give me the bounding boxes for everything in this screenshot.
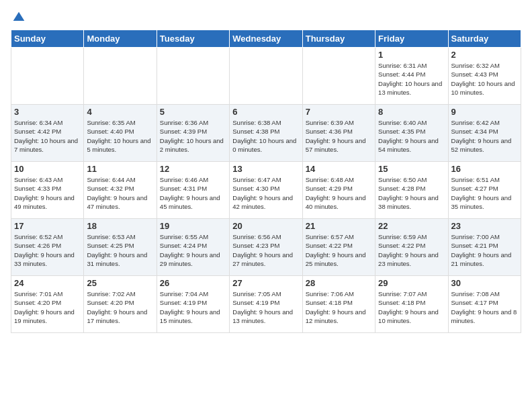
- day-number: 25: [87, 278, 153, 288]
- day-number: 13: [232, 164, 299, 174]
- calendar-day-cell: 17Sunrise: 6:52 AMSunset: 4:26 PMDayligh…: [11, 219, 84, 276]
- calendar-day-cell: 27Sunrise: 7:05 AMSunset: 4:19 PMDayligh…: [230, 276, 302, 333]
- calendar-table: SundayMondayTuesdayWednesdayThursdayFrid…: [11, 30, 521, 333]
- calendar-day-cell: 25Sunrise: 7:02 AMSunset: 4:20 PMDayligh…: [84, 276, 157, 333]
- calendar-empty-cell: [157, 48, 229, 105]
- day-number: 18: [87, 221, 153, 231]
- day-info: Sunrise: 7:00 AMSunset: 4:21 PMDaylight:…: [451, 232, 518, 268]
- day-number: 5: [160, 107, 226, 117]
- calendar-empty-cell: [11, 48, 84, 105]
- calendar-empty-cell: [230, 48, 302, 105]
- day-info: Sunrise: 6:46 AMSunset: 4:31 PMDaylight:…: [160, 175, 226, 211]
- day-number: 27: [232, 278, 299, 288]
- day-number: 9: [451, 107, 518, 117]
- calendar-day-cell: 28Sunrise: 7:06 AMSunset: 4:18 PMDayligh…: [302, 276, 375, 333]
- day-number: 29: [378, 278, 445, 288]
- day-info: Sunrise: 6:44 AMSunset: 4:32 PMDaylight:…: [87, 175, 153, 211]
- calendar-day-cell: 7Sunrise: 6:39 AMSunset: 4:36 PMDaylight…: [302, 105, 375, 162]
- calendar-week-row: 1Sunrise: 6:31 AMSunset: 4:44 PMDaylight…: [11, 48, 521, 105]
- day-number: 2: [451, 50, 518, 60]
- day-info: Sunrise: 6:42 AMSunset: 4:34 PMDaylight:…: [451, 118, 518, 154]
- day-info: Sunrise: 6:43 AMSunset: 4:33 PMDaylight:…: [14, 175, 81, 211]
- day-info: Sunrise: 6:57 AMSunset: 4:22 PMDaylight:…: [306, 232, 372, 268]
- day-info: Sunrise: 6:36 AMSunset: 4:39 PMDaylight:…: [160, 118, 226, 154]
- weekday-header-thursday: Thursday: [302, 30, 375, 48]
- day-number: 10: [14, 164, 81, 174]
- calendar-week-row: 3Sunrise: 6:34 AMSunset: 4:42 PMDaylight…: [11, 105, 521, 162]
- day-info: Sunrise: 6:47 AMSunset: 4:30 PMDaylight:…: [232, 175, 299, 211]
- day-info: Sunrise: 6:35 AMSunset: 4:40 PMDaylight:…: [87, 118, 153, 154]
- calendar-day-cell: 19Sunrise: 6:55 AMSunset: 4:24 PMDayligh…: [157, 219, 229, 276]
- day-info: Sunrise: 7:06 AMSunset: 4:18 PMDaylight:…: [306, 289, 372, 325]
- calendar-day-cell: 8Sunrise: 6:40 AMSunset: 4:35 PMDaylight…: [375, 105, 448, 162]
- weekday-header-monday: Monday: [84, 30, 157, 48]
- day-info: Sunrise: 6:55 AMSunset: 4:24 PMDaylight:…: [160, 232, 226, 268]
- weekday-header-tuesday: Tuesday: [157, 30, 229, 48]
- calendar-day-cell: 9Sunrise: 6:42 AMSunset: 4:34 PMDaylight…: [448, 105, 521, 162]
- day-number: 28: [306, 278, 372, 288]
- logo: [11, 11, 26, 24]
- calendar-day-cell: 26Sunrise: 7:04 AMSunset: 4:19 PMDayligh…: [157, 276, 229, 333]
- day-number: 17: [14, 221, 81, 231]
- calendar-day-cell: 30Sunrise: 7:08 AMSunset: 4:17 PMDayligh…: [448, 276, 521, 333]
- day-number: 21: [306, 221, 372, 231]
- day-info: Sunrise: 7:01 AMSunset: 4:20 PMDaylight:…: [14, 289, 81, 325]
- day-number: 8: [378, 107, 445, 117]
- calendar-day-cell: 2Sunrise: 6:32 AMSunset: 4:43 PMDaylight…: [448, 48, 521, 105]
- day-info: Sunrise: 7:05 AMSunset: 4:19 PMDaylight:…: [232, 289, 299, 325]
- day-number: 11: [87, 164, 153, 174]
- calendar-day-cell: 13Sunrise: 6:47 AMSunset: 4:30 PMDayligh…: [230, 162, 302, 219]
- day-number: 15: [378, 164, 445, 174]
- weekday-header-row: SundayMondayTuesdayWednesdayThursdayFrid…: [11, 30, 521, 48]
- day-number: 6: [232, 107, 299, 117]
- weekday-header-sunday: Sunday: [11, 30, 84, 48]
- calendar-day-cell: 11Sunrise: 6:44 AMSunset: 4:32 PMDayligh…: [84, 162, 157, 219]
- day-info: Sunrise: 6:40 AMSunset: 4:35 PMDaylight:…: [378, 118, 445, 154]
- day-number: 12: [160, 164, 226, 174]
- svg-marker-0: [13, 12, 25, 21]
- day-number: 23: [451, 221, 518, 231]
- calendar-day-cell: 4Sunrise: 6:35 AMSunset: 4:40 PMDaylight…: [84, 105, 157, 162]
- day-number: 22: [378, 221, 445, 231]
- calendar-week-row: 10Sunrise: 6:43 AMSunset: 4:33 PMDayligh…: [11, 162, 521, 219]
- day-info: Sunrise: 6:38 AMSunset: 4:38 PMDaylight:…: [232, 118, 299, 154]
- day-info: Sunrise: 7:02 AMSunset: 4:20 PMDaylight:…: [87, 289, 153, 325]
- day-number: 24: [14, 278, 81, 288]
- day-number: 30: [451, 278, 518, 288]
- day-info: Sunrise: 6:39 AMSunset: 4:36 PMDaylight:…: [306, 118, 372, 154]
- calendar-week-row: 24Sunrise: 7:01 AMSunset: 4:20 PMDayligh…: [11, 276, 521, 333]
- day-number: 14: [306, 164, 372, 174]
- day-info: Sunrise: 6:48 AMSunset: 4:29 PMDaylight:…: [306, 175, 372, 211]
- day-number: 20: [232, 221, 299, 231]
- day-info: Sunrise: 6:51 AMSunset: 4:27 PMDaylight:…: [451, 175, 518, 211]
- day-info: Sunrise: 7:07 AMSunset: 4:18 PMDaylight:…: [378, 289, 445, 325]
- calendar-day-cell: 24Sunrise: 7:01 AMSunset: 4:20 PMDayligh…: [11, 276, 84, 333]
- calendar-day-cell: 1Sunrise: 6:31 AMSunset: 4:44 PMDaylight…: [375, 48, 448, 105]
- calendar-day-cell: 22Sunrise: 6:59 AMSunset: 4:22 PMDayligh…: [375, 219, 448, 276]
- day-info: Sunrise: 6:53 AMSunset: 4:25 PMDaylight:…: [87, 232, 153, 268]
- calendar-day-cell: 15Sunrise: 6:50 AMSunset: 4:28 PMDayligh…: [375, 162, 448, 219]
- day-info: Sunrise: 6:31 AMSunset: 4:44 PMDaylight:…: [378, 61, 445, 97]
- calendar-week-row: 17Sunrise: 6:52 AMSunset: 4:26 PMDayligh…: [11, 219, 521, 276]
- calendar-day-cell: 3Sunrise: 6:34 AMSunset: 4:42 PMDaylight…: [11, 105, 84, 162]
- calendar-day-cell: 12Sunrise: 6:46 AMSunset: 4:31 PMDayligh…: [157, 162, 229, 219]
- day-number: 7: [306, 107, 372, 117]
- calendar-day-cell: 21Sunrise: 6:57 AMSunset: 4:22 PMDayligh…: [302, 219, 375, 276]
- day-info: Sunrise: 7:04 AMSunset: 4:19 PMDaylight:…: [160, 289, 226, 325]
- weekday-header-wednesday: Wednesday: [230, 30, 302, 48]
- calendar-day-cell: 14Sunrise: 6:48 AMSunset: 4:29 PMDayligh…: [302, 162, 375, 219]
- day-info: Sunrise: 6:56 AMSunset: 4:23 PMDaylight:…: [232, 232, 299, 268]
- day-info: Sunrise: 7:08 AMSunset: 4:17 PMDaylight:…: [451, 289, 518, 325]
- calendar-day-cell: 18Sunrise: 6:53 AMSunset: 4:25 PMDayligh…: [84, 219, 157, 276]
- calendar-day-cell: 6Sunrise: 6:38 AMSunset: 4:38 PMDaylight…: [230, 105, 302, 162]
- day-number: 4: [87, 107, 153, 117]
- calendar-day-cell: 5Sunrise: 6:36 AMSunset: 4:39 PMDaylight…: [157, 105, 229, 162]
- day-number: 1: [378, 50, 445, 60]
- calendar-empty-cell: [302, 48, 375, 105]
- calendar-day-cell: 20Sunrise: 6:56 AMSunset: 4:23 PMDayligh…: [230, 219, 302, 276]
- weekday-header-saturday: Saturday: [448, 30, 521, 48]
- day-info: Sunrise: 6:34 AMSunset: 4:42 PMDaylight:…: [14, 118, 81, 154]
- calendar-day-cell: 29Sunrise: 7:07 AMSunset: 4:18 PMDayligh…: [375, 276, 448, 333]
- page-header: [11, 11, 521, 24]
- day-number: 19: [160, 221, 226, 231]
